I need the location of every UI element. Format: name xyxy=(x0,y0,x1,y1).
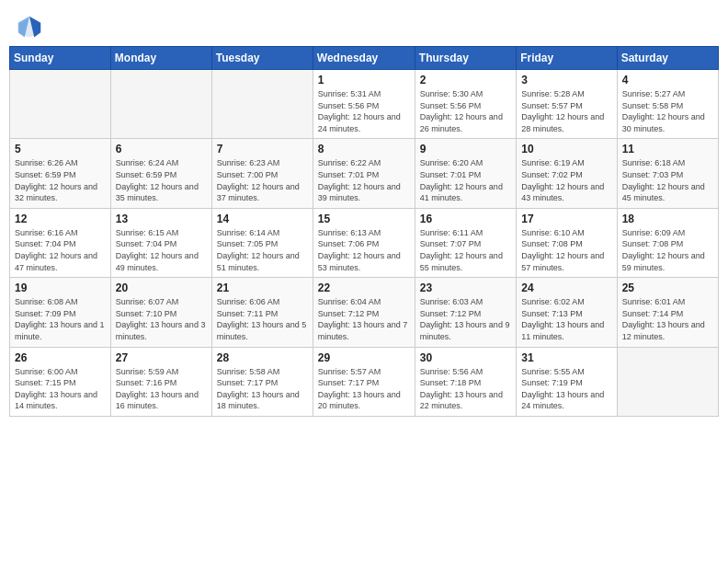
calendar-cell: 15Sunrise: 6:13 AMSunset: 7:06 PMDayligh… xyxy=(313,208,415,277)
calendar-week-3: 12Sunrise: 6:16 AMSunset: 7:04 PMDayligh… xyxy=(10,208,719,277)
day-info: Sunrise: 5:30 AMSunset: 5:56 PMDaylight:… xyxy=(420,88,511,134)
day-number: 14 xyxy=(217,213,308,225)
day-info: Sunrise: 6:06 AMSunset: 7:11 PMDaylight:… xyxy=(217,296,308,342)
day-info: Sunrise: 6:13 AMSunset: 7:06 PMDaylight:… xyxy=(318,227,410,273)
weekday-header-saturday: Saturday xyxy=(617,47,718,70)
calendar-header-row: SundayMondayTuesdayWednesdayThursdayFrid… xyxy=(10,47,719,70)
page-header xyxy=(9,9,719,40)
day-number: 5 xyxy=(15,143,106,155)
calendar-cell xyxy=(211,70,313,139)
calendar-cell: 5Sunrise: 6:26 AMSunset: 6:59 PMDaylight… xyxy=(10,139,111,208)
calendar-cell: 6Sunrise: 6:24 AMSunset: 6:59 PMDaylight… xyxy=(110,139,211,208)
day-number: 9 xyxy=(420,143,511,155)
day-number: 15 xyxy=(318,213,410,225)
day-info: Sunrise: 6:14 AMSunset: 7:05 PMDaylight:… xyxy=(217,227,308,273)
day-number: 8 xyxy=(318,143,410,155)
day-info: Sunrise: 6:01 AMSunset: 7:14 PMDaylight:… xyxy=(622,296,713,342)
calendar-table: SundayMondayTuesdayWednesdayThursdayFrid… xyxy=(9,46,719,417)
day-number: 27 xyxy=(116,351,207,364)
day-info: Sunrise: 5:55 AMSunset: 7:19 PMDaylight:… xyxy=(521,366,611,412)
day-info: Sunrise: 6:24 AMSunset: 6:59 PMDaylight:… xyxy=(116,157,207,203)
weekday-header-tuesday: Tuesday xyxy=(211,47,313,70)
calendar-cell: 29Sunrise: 5:57 AMSunset: 7:17 PMDayligh… xyxy=(313,347,415,416)
calendar-cell: 26Sunrise: 6:00 AMSunset: 7:15 PMDayligh… xyxy=(10,347,111,416)
day-number: 19 xyxy=(15,282,106,294)
day-info: Sunrise: 6:09 AMSunset: 7:08 PMDaylight:… xyxy=(622,227,713,273)
day-number: 23 xyxy=(420,282,511,294)
calendar-cell: 17Sunrise: 6:10 AMSunset: 7:08 PMDayligh… xyxy=(517,208,617,277)
weekday-header-friday: Friday xyxy=(517,47,617,70)
day-info: Sunrise: 5:57 AMSunset: 7:17 PMDaylight:… xyxy=(318,366,410,412)
day-number: 22 xyxy=(318,282,410,294)
calendar-cell: 8Sunrise: 6:22 AMSunset: 7:01 PMDaylight… xyxy=(313,139,415,208)
calendar-cell: 10Sunrise: 6:19 AMSunset: 7:02 PMDayligh… xyxy=(517,139,617,208)
calendar-week-5: 26Sunrise: 6:00 AMSunset: 7:15 PMDayligh… xyxy=(10,347,719,416)
day-info: Sunrise: 5:28 AMSunset: 5:57 PMDaylight:… xyxy=(521,88,611,134)
calendar-cell: 20Sunrise: 6:07 AMSunset: 7:10 PMDayligh… xyxy=(110,278,211,347)
calendar-cell: 18Sunrise: 6:09 AMSunset: 7:08 PMDayligh… xyxy=(617,208,718,277)
day-info: Sunrise: 6:07 AMSunset: 7:10 PMDaylight:… xyxy=(116,296,207,342)
logo-icon xyxy=(17,15,42,40)
calendar-cell: 2Sunrise: 5:30 AMSunset: 5:56 PMDaylight… xyxy=(415,70,516,139)
calendar-cell: 28Sunrise: 5:58 AMSunset: 7:17 PMDayligh… xyxy=(211,347,313,416)
calendar-cell: 31Sunrise: 5:55 AMSunset: 7:19 PMDayligh… xyxy=(517,347,617,416)
day-info: Sunrise: 6:18 AMSunset: 7:03 PMDaylight:… xyxy=(622,157,713,203)
calendar-cell: 1Sunrise: 5:31 AMSunset: 5:56 PMDaylight… xyxy=(313,70,415,139)
day-info: Sunrise: 6:04 AMSunset: 7:12 PMDaylight:… xyxy=(318,296,410,342)
day-info: Sunrise: 5:31 AMSunset: 5:56 PMDaylight:… xyxy=(318,88,410,134)
calendar-cell: 14Sunrise: 6:14 AMSunset: 7:05 PMDayligh… xyxy=(211,208,313,277)
day-number: 3 xyxy=(521,74,611,86)
day-info: Sunrise: 6:22 AMSunset: 7:01 PMDaylight:… xyxy=(318,157,410,203)
calendar-cell: 30Sunrise: 5:56 AMSunset: 7:18 PMDayligh… xyxy=(415,347,516,416)
logo xyxy=(17,15,46,40)
calendar-cell: 7Sunrise: 6:23 AMSunset: 7:00 PMDaylight… xyxy=(211,139,313,208)
day-number: 16 xyxy=(420,213,511,225)
calendar-cell: 22Sunrise: 6:04 AMSunset: 7:12 PMDayligh… xyxy=(313,278,415,347)
day-number: 30 xyxy=(420,351,511,364)
day-number: 13 xyxy=(116,213,207,225)
calendar-cell: 27Sunrise: 5:59 AMSunset: 7:16 PMDayligh… xyxy=(110,347,211,416)
day-number: 17 xyxy=(521,213,611,225)
calendar-cell: 23Sunrise: 6:03 AMSunset: 7:12 PMDayligh… xyxy=(415,278,516,347)
day-info: Sunrise: 5:56 AMSunset: 7:18 PMDaylight:… xyxy=(420,366,511,412)
day-number: 6 xyxy=(116,143,207,155)
day-info: Sunrise: 6:08 AMSunset: 7:09 PMDaylight:… xyxy=(15,296,106,342)
weekday-header-wednesday: Wednesday xyxy=(313,47,415,70)
day-info: Sunrise: 6:03 AMSunset: 7:12 PMDaylight:… xyxy=(420,296,511,342)
day-info: Sunrise: 5:58 AMSunset: 7:17 PMDaylight:… xyxy=(217,366,308,412)
calendar-cell: 11Sunrise: 6:18 AMSunset: 7:03 PMDayligh… xyxy=(617,139,718,208)
calendar-cell xyxy=(617,347,718,416)
day-number: 31 xyxy=(521,351,611,364)
weekday-header-sunday: Sunday xyxy=(10,47,111,70)
calendar-cell: 21Sunrise: 6:06 AMSunset: 7:11 PMDayligh… xyxy=(211,278,313,347)
calendar-cell xyxy=(110,70,211,139)
day-number: 11 xyxy=(622,143,713,155)
calendar-cell: 3Sunrise: 5:28 AMSunset: 5:57 PMDaylight… xyxy=(517,70,617,139)
calendar-cell: 25Sunrise: 6:01 AMSunset: 7:14 PMDayligh… xyxy=(617,278,718,347)
calendar-cell: 16Sunrise: 6:11 AMSunset: 7:07 PMDayligh… xyxy=(415,208,516,277)
day-info: Sunrise: 6:11 AMSunset: 7:07 PMDaylight:… xyxy=(420,227,511,273)
day-info: Sunrise: 6:20 AMSunset: 7:01 PMDaylight:… xyxy=(420,157,511,203)
day-number: 18 xyxy=(622,213,713,225)
calendar-cell: 4Sunrise: 5:27 AMSunset: 5:58 PMDaylight… xyxy=(617,70,718,139)
calendar-week-2: 5Sunrise: 6:26 AMSunset: 6:59 PMDaylight… xyxy=(10,139,719,208)
day-number: 21 xyxy=(217,282,308,294)
day-number: 2 xyxy=(420,74,511,86)
day-info: Sunrise: 6:02 AMSunset: 7:13 PMDaylight:… xyxy=(521,296,611,342)
day-info: Sunrise: 6:26 AMSunset: 6:59 PMDaylight:… xyxy=(15,157,106,203)
day-number: 4 xyxy=(622,74,713,86)
calendar-cell xyxy=(10,70,111,139)
day-number: 28 xyxy=(217,351,308,364)
calendar-cell: 19Sunrise: 6:08 AMSunset: 7:09 PMDayligh… xyxy=(10,278,111,347)
calendar-cell: 13Sunrise: 6:15 AMSunset: 7:04 PMDayligh… xyxy=(110,208,211,277)
day-number: 29 xyxy=(318,351,410,364)
day-info: Sunrise: 6:15 AMSunset: 7:04 PMDaylight:… xyxy=(116,227,207,273)
day-number: 1 xyxy=(318,74,410,86)
day-info: Sunrise: 6:19 AMSunset: 7:02 PMDaylight:… xyxy=(521,157,611,203)
day-number: 10 xyxy=(521,143,611,155)
day-info: Sunrise: 6:00 AMSunset: 7:15 PMDaylight:… xyxy=(15,366,106,412)
day-number: 26 xyxy=(15,351,106,364)
day-number: 25 xyxy=(622,282,713,294)
day-info: Sunrise: 5:27 AMSunset: 5:58 PMDaylight:… xyxy=(622,88,713,134)
day-number: 7 xyxy=(217,143,308,155)
